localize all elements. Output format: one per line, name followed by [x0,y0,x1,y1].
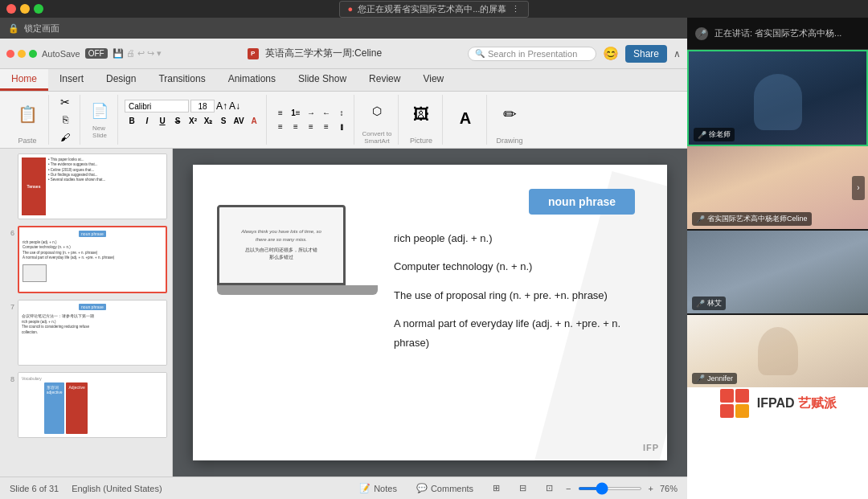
drawing-button[interactable]: ✏ [493,95,526,133]
char-spacing-button[interactable]: AV [231,114,246,127]
align-right[interactable]: ≡ [304,121,318,133]
speaker-label: 正在讲话: 省实国际艺术高中杨... [714,27,841,39]
list-item[interactable]: Tenses • This paper looks at... • The ev… [3,152,169,221]
indent-more[interactable]: → [304,107,318,120]
ribbon-group-paragraph: ≡ 1≡ → ← ↕ ≡ ≡ ≡ ≡ ⫿ [268,95,354,145]
tab-design[interactable]: Design [95,69,147,91]
view-reading[interactable]: ⊡ [539,481,559,495]
list-item[interactable]: 6 noun phrase rich people (adj. + n.) Co… [3,224,169,295]
ribbon-collapse-icon[interactable]: ∧ [674,48,681,59]
slide-thumbnail[interactable]: Vocabulary 形容词adjective Adjective [18,372,167,438]
participant-name-3: 林艾 [707,298,722,309]
bullet-2: Computer technology (n. + n.) [394,257,643,276]
lock-bar: 🔒 锁定画面 [0,18,687,39]
superscript-button[interactable]: X² [186,114,200,127]
slide-number: 7 [5,300,14,311]
numbering-button[interactable]: 1≡ [289,107,303,120]
ifp-badge: IFP [643,443,659,452]
textbox-button[interactable]: A [449,96,481,140]
bullets-button[interactable]: ≡ [273,107,288,120]
slide-canvas: noun phrase rich people (adj. + n.) Comp… [193,165,667,460]
slide-panel[interactable]: Tenses • This paper looks at... • The ev… [0,149,173,477]
participant-label-2: 🎤 省实国际艺术高中杨老师Celine [692,212,812,226]
laptop-text-1: Always think you have lots of time, so [241,229,321,234]
tab-transitions[interactable]: Transitions [147,69,216,91]
content-area: Tenses • This paper looks at... • The ev… [0,149,687,477]
list-item[interactable]: 8 Vocabulary 形容词adjective Adjective [3,370,169,440]
search-box[interactable]: 🔍 Search in Presentation [468,47,596,61]
indent-less[interactable]: ← [319,107,334,120]
slide-thumbnail[interactable]: noun phrase 会议辩论笔记方法一：请参考以下第一期 rich peop… [18,300,167,366]
autosave-label: AutoSave [42,49,80,59]
mic-icon: 🎤 [695,27,708,40]
laptop-text-4: 那么多错过 [269,254,293,261]
expand-panel-button[interactable]: › [852,176,865,200]
font-size-select[interactable]: 18 [190,100,215,112]
title-bar: AutoSave OFF 💾 🖨 ↩ ↪ ▾ P 英语高三学术第一周:Celin… [0,39,687,69]
close-button[interactable] [6,4,16,14]
language-indicator: English (United States) [72,484,162,493]
slide-thumbnail[interactable]: Tenses • This paper looks at... • The ev… [18,153,167,219]
paste-button[interactable]: 📋 [11,95,43,133]
laptop-text-3: 总以为自己时间还很多，所以才错 [245,247,317,254]
tab-animations[interactable]: Animations [217,69,287,91]
lock-icon: 🔒 [8,23,19,34]
font-color-button[interactable]: A [247,114,261,127]
ribbon-group-clipboard: 📋 Paste [6,95,49,145]
tab-view[interactable]: View [411,69,455,91]
align-left[interactable]: ≡ [273,121,288,133]
minimize-button[interactable] [20,4,30,14]
window-maximize[interactable] [29,50,37,58]
copy-button[interactable]: ⎘ [55,112,75,128]
slide-thumbnail-active[interactable]: noun phrase rich people (adj. + n.) Comp… [18,226,167,293]
comments-label: Comments [431,484,473,493]
tab-insert[interactable]: Insert [48,69,95,91]
slide-bullets: rich people (adj. + n.) Computer technol… [394,229,643,352]
underline-button[interactable]: U [155,114,170,127]
tab-slideshow[interactable]: Slide Show [287,69,358,91]
participant-name-1: 徐老师 [709,129,731,140]
search-icon: 🔍 [475,49,485,58]
strikethrough-button[interactable]: S [170,114,185,127]
ribbon-group-smartart: ⬡ Convert toSmartArt [356,95,399,145]
ifpad-logo-icon [719,387,751,419]
new-slide-button[interactable]: 📄 [87,100,113,121]
ribbon-group-textbox: A [444,95,487,145]
cut-button[interactable]: ✂ [55,94,75,110]
ribbon: Home Insert Design Transitions Animation… [0,69,687,149]
bold-button[interactable]: B [125,114,139,127]
text-direction[interactable]: ↕ [334,107,349,120]
share-button[interactable]: Share [625,45,667,63]
columns-button[interactable]: ⫿ [334,121,349,133]
subscript-button[interactable]: X₂ [201,114,215,127]
window-close[interactable] [6,50,14,58]
maximize-button[interactable] [34,4,43,14]
picture-button[interactable]: 🖼 [405,95,437,133]
ribbon-tools: 📋 Paste ✂ ⎘ 🖌 📄 NewSlide [0,92,687,148]
convert-to-smartart[interactable]: ⬡ [361,95,393,127]
view-slide-sorter[interactable]: ⊟ [513,481,533,495]
tab-review[interactable]: Review [358,69,411,91]
recording-icon: ⋮ [511,4,520,14]
view-normal[interactable]: ⊞ [486,481,506,495]
zoom-out-icon[interactable]: − [566,484,571,493]
decrease-font-icon[interactable]: A↓ [229,100,240,112]
list-item[interactable]: 7 noun phrase 会议辩论笔记方法一：请参考以下第一期 rich pe… [3,298,169,367]
italic-button[interactable]: I [140,114,154,127]
format-painter-button[interactable]: 🖌 [55,129,75,145]
zoom-in-icon[interactable]: + [649,484,653,493]
mic-status-icon-4: 🎤 [696,374,705,382]
font-family-select[interactable]: Calibri [125,100,189,112]
tab-home[interactable]: Home [0,69,48,91]
notes-button[interactable]: 📝 Notes [353,481,403,495]
window-minimize[interactable] [18,50,26,58]
lock-text: 锁定画面 [24,22,59,35]
align-center[interactable]: ≡ [289,121,303,133]
ribbon-group-clipboard2: ✂ ⎘ 🖌 [51,95,80,145]
align-justify[interactable]: ≡ [319,121,334,133]
laptop-graphic: Always think you have lots of time, so t… [217,205,378,295]
text-shadow-button[interactable]: S [216,114,231,127]
zoom-slider[interactable] [578,487,642,490]
comments-button[interactable]: 💬 Comments [410,481,480,495]
increase-font-icon[interactable]: A↑ [216,100,227,112]
